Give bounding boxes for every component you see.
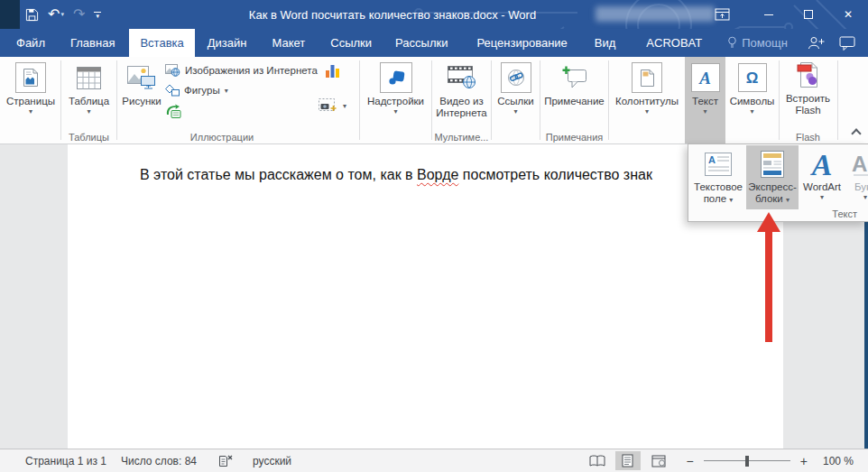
language-status[interactable]: русский [253, 455, 291, 467]
shapes-button[interactable]: Фигуры ▾ [165, 84, 228, 97]
tab-review[interactable]: Рецензирование [469, 29, 574, 57]
screenshot-button[interactable]: ▾ [319, 98, 346, 113]
online-video-button[interactable]: Видео из Интернета [433, 57, 490, 119]
zoom-slider[interactable] [704, 455, 790, 467]
quick-parts-button[interactable]: Экспресс- блоки ▾ [746, 145, 799, 209]
pages-icon [15, 62, 46, 93]
doc-text-before: В этой статье мы расскажем о том, как в [140, 167, 417, 182]
textbox-label-line1: Текстовое [694, 181, 743, 193]
status-right: − + 100 % [579, 451, 868, 470]
screenshot-icon [319, 98, 338, 113]
tab-insert[interactable]: Вставка [129, 29, 194, 57]
smartart-button[interactable] [165, 104, 181, 118]
chart-button[interactable] [324, 62, 341, 79]
flyout-text-group-label: Текст [832, 208, 857, 219]
tab-references[interactable]: Ссылки [323, 29, 379, 57]
proofing-errors-button[interactable] [218, 454, 233, 467]
group-header-footer: Колонтитулы ▾ [610, 57, 684, 143]
online-pictures-button[interactable]: Изображения из Интернета [165, 64, 318, 77]
wordart-label: WordArt [803, 181, 841, 193]
pages-button[interactable]: Страницы ▾ [2, 57, 60, 116]
tab-design[interactable]: Дизайн [200, 29, 254, 57]
group-divider [491, 60, 492, 140]
drop-cap-dropdown-icon: ▾ [863, 193, 867, 201]
tabrow-right-icons [808, 29, 868, 57]
comment-bubble-icon[interactable] [839, 36, 855, 51]
shapes-dropdown-icon: ▾ [225, 87, 228, 95]
drop-cap-button[interactable]: A Букв ▾ [847, 145, 868, 209]
text-group-flyout: A Текстовое поле ▾ Экспресс- блоки ▾ [688, 143, 868, 222]
addins-button[interactable]: Надстройки ▾ [361, 57, 430, 116]
share-person-icon[interactable] [808, 36, 825, 51]
wordart-icon: A [812, 159, 833, 171]
status-left: Страница 1 из 1 Число слов: 84 русский [0, 454, 291, 467]
proofing-errors-icon [218, 454, 233, 467]
doc-text-after: посмотреть количество знак [458, 167, 652, 182]
media-group-label: Мультиме... [433, 132, 490, 143]
header-footer-icon [632, 62, 662, 93]
document-page[interactable]: В этой статье мы расскажем о том, как в … [68, 144, 783, 449]
wordart-dropdown-icon: ▾ [820, 193, 824, 201]
group-pages: Страницы ▾ [2, 57, 60, 143]
table-dropdown-icon: ▾ [87, 107, 90, 116]
print-layout-button[interactable] [615, 451, 641, 470]
group-divider [608, 60, 609, 140]
zoom-in-button[interactable]: + [798, 454, 810, 468]
textbox-button[interactable]: A Текстовое поле ▾ [690, 145, 746, 209]
group-flash: Встроить Flash Flash [780, 57, 836, 143]
wordart-button[interactable]: A WordArt ▾ [799, 145, 845, 209]
annotation-arrow-head [757, 212, 780, 232]
word-count-status[interactable]: Число слов: 84 [121, 455, 197, 467]
pages-dropdown-icon: ▾ [29, 107, 32, 116]
tab-mailings[interactable]: Рассылки [388, 29, 455, 57]
table-icon [77, 67, 101, 89]
pictures-icon [127, 66, 156, 90]
tab-file[interactable]: Файл [9, 29, 52, 57]
close-button[interactable]: ✕ [828, 0, 868, 29]
embed-flash-button[interactable]: Встроить Flash [780, 57, 836, 116]
ribbon: Страницы ▾ Таблица ▾ Таблицы [0, 57, 868, 144]
links-label: Ссылки [497, 96, 534, 107]
zoom-slider-handle[interactable] [745, 456, 749, 467]
online-video-label-line2: Интернета [436, 107, 486, 119]
tab-tell-me[interactable]: Помощн [720, 29, 795, 57]
zoom-out-button[interactable]: − [684, 454, 697, 468]
table-button[interactable]: Таблица ▾ [62, 57, 115, 116]
symbols-dropdown-icon: ▾ [750, 107, 753, 116]
group-divider [359, 60, 360, 140]
maximize-icon [804, 10, 813, 19]
tab-view[interactable]: Вид [587, 29, 623, 57]
pictures-label: Рисунки [122, 96, 161, 107]
group-text-button[interactable]: A Текст ▾ [685, 57, 725, 143]
ribbon-display-options-button[interactable] [706, 0, 737, 29]
addins-label: Надстройки [367, 96, 424, 107]
web-layout-button[interactable] [646, 451, 671, 470]
minimize-button[interactable] [749, 0, 789, 29]
read-mode-button[interactable] [585, 451, 610, 470]
tab-layout[interactable]: Макет [264, 29, 312, 57]
maximize-button[interactable] [789, 0, 828, 29]
online-video-icon [448, 66, 476, 89]
symbols-button[interactable]: Ω Символы ▾ [726, 57, 778, 116]
comment-label: Примечание [544, 96, 605, 107]
group-tables: Таблица ▾ Таблицы [62, 57, 115, 143]
annotation-arrow-shaft [765, 232, 772, 342]
shapes-icon [165, 84, 180, 97]
links-button[interactable]: Ссылки ▾ [493, 57, 539, 116]
group-divider [116, 60, 117, 140]
tab-home[interactable]: Главная [63, 29, 122, 57]
drop-cap-icon: A [852, 152, 868, 177]
page-number-status[interactable]: Страница 1 из 1 [25, 455, 106, 467]
comment-button[interactable]: Примечание [541, 57, 607, 107]
document-text: В этой статье мы расскажем о том, как в … [140, 167, 652, 183]
header-footer-button[interactable]: Колонтитулы ▾ [610, 57, 684, 116]
word-window: ↶ ▾ ↷ ▾ Как в Word посчитать количество … [0, 0, 868, 472]
addins-dropdown-icon: ▾ [393, 107, 397, 116]
read-mode-icon [589, 455, 605, 467]
pictures-button[interactable]: Рисунки [118, 57, 165, 107]
text-button: A Текст ▾ [685, 57, 725, 116]
collapse-ribbon-button[interactable] [853, 130, 860, 137]
tab-acrobat[interactable]: ACROBAT [639, 29, 709, 57]
zoom-level[interactable]: 100 % [823, 455, 854, 467]
title-bar: ↶ ▾ ↷ ▾ Как в Word посчитать количество … [0, 0, 868, 29]
